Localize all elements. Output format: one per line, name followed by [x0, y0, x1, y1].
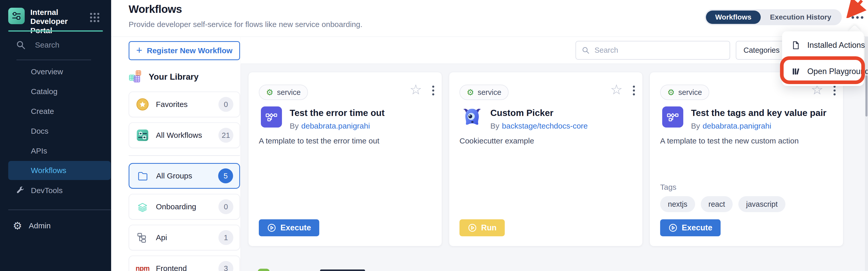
- npm-icon: npm: [135, 265, 150, 271]
- count-badge: 1: [218, 230, 233, 245]
- owner-link[interactable]: backstage/techdocs-core: [502, 122, 588, 130]
- workflow-description: A template to test the new custom action: [660, 137, 833, 145]
- service-gear-icon: ⚙: [467, 88, 474, 96]
- sidebar-item-overview[interactable]: Overview: [0, 62, 111, 81]
- kebab-menu-icon[interactable]: [633, 86, 635, 95]
- tab-execution-history[interactable]: Execution History: [761, 10, 840, 24]
- page-title: Workflows: [129, 3, 182, 15]
- kebab-menu-icon[interactable]: [834, 86, 836, 95]
- service-type-chip: ⚙ service: [660, 84, 709, 100]
- workflow-glyph-icon: [662, 106, 683, 128]
- tags-label: Tags: [660, 183, 676, 192]
- favorite-star-icon[interactable]: ☆: [409, 82, 422, 96]
- tab-workflows[interactable]: Workflows: [706, 10, 761, 24]
- tag-chip: react: [701, 196, 733, 212]
- service-type-chip: ⚙ service: [460, 84, 508, 100]
- execute-button[interactable]: Execute: [660, 219, 721, 236]
- tag-list: nextjs react javascript: [660, 196, 785, 212]
- plus-icon: +: [136, 44, 142, 56]
- admin-label: Admin: [29, 222, 51, 230]
- workflow-owner: Bydebabrata.panigrahi: [290, 122, 370, 130]
- clipped-section-heading: [320, 269, 365, 271]
- document-icon: [791, 41, 801, 50]
- workflow-owner: Bybackstage/techdocs-core: [490, 122, 588, 130]
- sidebar-item-docs[interactable]: Docs: [0, 121, 111, 141]
- portal-logo-icon: [8, 8, 25, 24]
- workflow-card-grid: ⚙ service ☆ Test the error time out: [241, 64, 868, 271]
- apps-grid-icon[interactable]: [90, 13, 99, 22]
- library-item-all-workflows[interactable]: All Workflows 21: [129, 123, 240, 148]
- gear-icon: ⚙: [13, 221, 22, 231]
- sidebar-search[interactable]: Search: [16, 40, 59, 50]
- owner-link[interactable]: debabrata.panigrahi: [703, 122, 771, 130]
- workflow-icon: [135, 129, 150, 142]
- sidebar-item-create[interactable]: Create: [0, 101, 111, 121]
- library-divider: [129, 155, 240, 156]
- cubes-icon: [129, 70, 143, 84]
- clipped-section-icon: [258, 269, 270, 271]
- kebab-menu-icon[interactable]: [432, 86, 434, 95]
- library-item-favorites[interactable]: Favorites 0: [129, 92, 240, 117]
- run-button[interactable]: Run: [460, 219, 505, 236]
- register-new-workflow-button[interactable]: + Register New Workflow: [129, 41, 240, 60]
- execute-button[interactable]: Execute: [259, 219, 319, 236]
- library-item-onboarding[interactable]: Onboarding 0: [129, 194, 240, 219]
- main-area: Workflows Provide developer self-service…: [111, 0, 868, 271]
- folder-icon: [135, 170, 150, 182]
- library-item-api[interactable]: Api 1: [129, 225, 240, 250]
- search-input[interactable]: [594, 46, 724, 55]
- service-gear-icon: ⚙: [266, 88, 274, 96]
- workflow-title: Custom Picker: [490, 108, 634, 118]
- tag-chip: javascript: [738, 196, 785, 212]
- favorite-star-icon[interactable]: ☆: [610, 82, 623, 96]
- sidebar-item-workflows[interactable]: Workflows: [8, 161, 111, 180]
- library-title: Your Library: [149, 72, 198, 82]
- workflow-title: Test the tags and key value pair: [691, 108, 835, 118]
- sidebar-item-catalog[interactable]: Catalog: [0, 81, 111, 101]
- sidebar-divider: [8, 209, 111, 210]
- play-icon: [468, 223, 477, 232]
- view-tabs: Workflows Execution History: [705, 9, 842, 25]
- library-header: Your Library: [129, 70, 240, 84]
- workflow-search[interactable]: [576, 41, 730, 60]
- workflow-glyph-icon: [261, 106, 282, 128]
- books-icon: [135, 201, 150, 213]
- play-icon: [669, 223, 678, 232]
- library-item-all-groups[interactable]: All Groups 5: [129, 163, 240, 189]
- menu-item-installed-actions[interactable]: Installed Actions: [791, 41, 865, 50]
- service-gear-icon: ⚙: [667, 88, 675, 96]
- sidebar-item-apis[interactable]: APIs: [0, 141, 111, 161]
- your-library: Your Library Favorites 0: [129, 66, 240, 271]
- page-header: Workflows Provide developer self-service…: [111, 0, 868, 37]
- page-subtitle: Provide developer self-service for flows…: [129, 20, 363, 29]
- star-badge-icon: [135, 98, 150, 111]
- search-icon: [16, 40, 26, 50]
- workflow-owner: Bydebabrata.panigrahi: [691, 122, 771, 130]
- count-badge: 21: [218, 128, 233, 143]
- sidebar: Internal Developer Portal Search Overvie…: [0, 0, 111, 271]
- owner-link[interactable]: debabrata.panigrahi: [301, 122, 370, 130]
- scrollbar-thumb[interactable]: [865, 75, 867, 116]
- monster-icon: [462, 106, 483, 128]
- sidebar-divider: [17, 60, 91, 60]
- library-icon: [791, 67, 801, 76]
- more-options-menu: Installed Actions Open Playground: [782, 31, 864, 86]
- workflow-card: ⚙ service ☆ Test the error time out: [248, 72, 442, 246]
- search-icon: [582, 46, 590, 55]
- wrench-icon: [16, 185, 25, 195]
- library-item-frontend[interactable]: npm Frontend 3: [129, 256, 240, 271]
- count-badge: 0: [218, 199, 233, 214]
- workflow-description: A template to test the error time out: [259, 137, 431, 145]
- filter-toolbar: Categories: [241, 37, 868, 64]
- menu-item-open-playground[interactable]: Open Playground: [791, 67, 868, 76]
- sidebar-search-label: Search: [35, 41, 59, 49]
- workflows-content: Categories ⚙ service ☆: [241, 37, 868, 271]
- service-type-chip: ⚙ service: [259, 84, 308, 100]
- count-badge: 0: [218, 97, 233, 112]
- count-badge: 5: [218, 168, 233, 183]
- workflow-description: Cookiecutter example: [460, 137, 632, 145]
- sidebar-item-devtools[interactable]: DevTools: [0, 180, 111, 200]
- more-options-button[interactable]: [851, 16, 863, 19]
- sidebar-item-admin[interactable]: ⚙ Admin: [13, 221, 51, 231]
- tag-chip: nextjs: [660, 196, 695, 212]
